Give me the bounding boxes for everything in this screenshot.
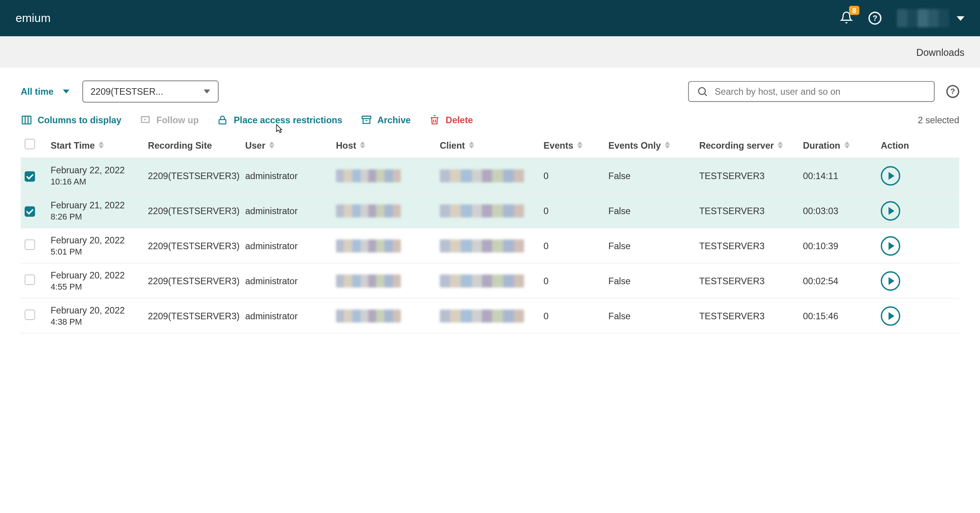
col-duration[interactable]: Duration <box>803 140 881 150</box>
notification-badge: 8 <box>849 5 859 15</box>
cell-start-time: February 21, 20228:26 PM <box>50 200 148 221</box>
archive-label: Archive <box>377 115 411 125</box>
client-redacted <box>440 239 524 252</box>
cell-action <box>881 201 939 221</box>
cell-events: 0 <box>544 205 609 216</box>
delete-label: Delete <box>446 115 473 125</box>
cell-start-time: February 22, 202210:16 AM <box>50 165 148 186</box>
help-icon[interactable]: ? <box>946 85 959 98</box>
cell-recording-server: TESTSERVER3 <box>699 240 803 251</box>
play-button[interactable] <box>881 306 900 325</box>
cell-host <box>336 274 440 287</box>
table-row: February 20, 20224:38 PM 2209(TESTSERVER… <box>21 298 959 334</box>
svg-rect-3 <box>219 119 226 124</box>
svg-rect-4 <box>362 116 371 119</box>
cell-duration: 00:03:03 <box>803 205 881 216</box>
play-button[interactable] <box>881 236 900 255</box>
col-events[interactable]: Events <box>544 140 609 150</box>
subbar: Downloads <box>0 36 980 67</box>
play-button[interactable] <box>881 271 900 290</box>
col-action: Action <box>881 140 939 150</box>
cell-host <box>336 309 440 322</box>
cell-action <box>881 271 939 290</box>
col-host[interactable]: Host <box>336 140 440 150</box>
col-recording-server[interactable]: Recording server <box>699 140 803 150</box>
sort-icon <box>665 141 670 149</box>
columns-icon <box>21 114 32 126</box>
cell-events: 0 <box>544 170 609 181</box>
client-redacted <box>440 309 524 322</box>
col-client[interactable]: Client <box>440 140 544 150</box>
cell-recording-server: TESTSERVER3 <box>699 170 803 181</box>
svg-rect-1 <box>22 116 31 124</box>
select-all-checkbox[interactable] <box>25 139 35 149</box>
cell-start-time: February 20, 20224:55 PM <box>50 270 148 292</box>
cell-events: 0 <box>544 310 609 321</box>
row-checkbox[interactable] <box>25 206 35 217</box>
chevron-down-icon <box>63 90 69 94</box>
cell-duration: 00:02:54 <box>803 275 881 286</box>
site-select-value: 2209(TESTSER... <box>90 86 163 97</box>
cell-client <box>440 309 544 322</box>
cell-client <box>440 274 544 287</box>
host-redacted <box>336 274 401 287</box>
cell-start-time: February 20, 20224:38 PM <box>50 305 148 327</box>
client-redacted <box>440 169 524 182</box>
col-user[interactable]: User <box>245 140 336 150</box>
table-row: February 20, 20224:55 PM 2209(TESTSERVER… <box>21 263 959 298</box>
cell-recording-server: TESTSERVER3 <box>699 275 803 286</box>
cell-client <box>440 239 544 252</box>
downloads-link[interactable]: Downloads <box>916 46 965 57</box>
help-icon[interactable]: ? <box>868 12 881 25</box>
sort-icon <box>778 141 783 149</box>
columns-to-display-button[interactable]: Columns to display <box>21 114 121 126</box>
time-filter[interactable]: All time <box>21 86 69 97</box>
notifications-button[interactable]: 8 <box>840 11 853 26</box>
actions-row: Columns to display Follow up Place acces… <box>21 114 959 126</box>
row-checkbox[interactable] <box>25 275 35 285</box>
search-icon <box>697 86 708 97</box>
cell-recording-site: 2209(TESTSERVER3) <box>148 170 245 181</box>
cell-events: 0 <box>544 240 609 251</box>
delete-button[interactable]: Delete <box>429 114 473 126</box>
restrictions-label: Place access restrictions <box>234 115 342 125</box>
cell-user: administrator <box>245 205 336 216</box>
follow-up-button: Follow up <box>139 114 199 126</box>
search-input-wrap[interactable] <box>688 81 935 102</box>
archive-button[interactable]: Archive <box>361 114 411 126</box>
cell-events-only: False <box>609 240 699 251</box>
archive-icon <box>361 114 372 126</box>
cell-user: administrator <box>245 275 336 286</box>
cell-user: administrator <box>245 170 336 181</box>
selected-count: 2 selected <box>918 115 960 125</box>
play-button[interactable] <box>881 201 900 221</box>
cell-action <box>881 306 939 325</box>
sort-icon <box>99 141 104 149</box>
sort-icon <box>469 141 474 149</box>
time-filter-label: All time <box>21 86 54 97</box>
site-select[interactable]: 2209(TESTSER... <box>82 80 218 102</box>
place-restrictions-button[interactable]: Place access restrictions <box>217 114 343 126</box>
followup-label: Follow up <box>156 115 199 125</box>
host-redacted <box>336 169 401 182</box>
trash-icon <box>429 114 440 126</box>
row-checkbox[interactable] <box>25 240 35 250</box>
cell-client <box>440 169 544 182</box>
search-input[interactable] <box>715 86 926 97</box>
table-header: Start Time Recording Site User Host Clie… <box>21 132 959 158</box>
play-button[interactable] <box>881 166 900 186</box>
row-checkbox[interactable] <box>25 310 35 320</box>
cell-start-time: February 20, 20225:01 PM <box>50 235 148 256</box>
cell-client <box>440 204 544 217</box>
cell-events-only: False <box>609 205 699 216</box>
lock-icon <box>217 114 229 126</box>
col-events-only[interactable]: Events Only <box>609 140 699 150</box>
row-checkbox[interactable] <box>25 171 35 182</box>
cell-events-only: False <box>609 310 699 321</box>
host-redacted <box>336 204 401 217</box>
cell-host <box>336 169 440 182</box>
user-menu[interactable] <box>897 9 964 27</box>
table-row: February 20, 20224:18 PM 2209(TESTSERVER… <box>21 334 959 335</box>
cell-user: administrator <box>245 240 336 251</box>
col-start-time[interactable]: Start Time <box>50 140 148 150</box>
